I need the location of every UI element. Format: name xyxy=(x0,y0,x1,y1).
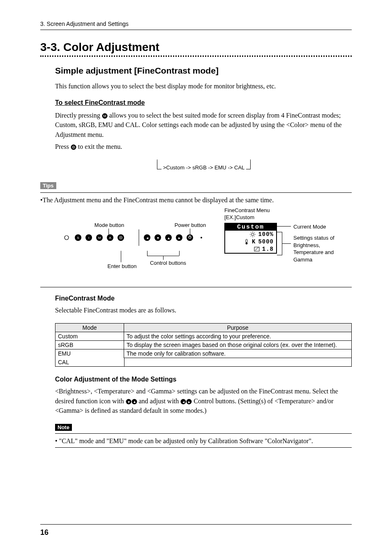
svg-line-38 xyxy=(254,232,255,233)
subsection-simple-adjustment: Simple adjustment [FineContrast mode] xyxy=(55,66,352,76)
svg-text:M: M xyxy=(103,114,106,118)
tips-rule-top xyxy=(40,192,352,193)
svg-point-29 xyxy=(201,237,202,238)
svg-rect-41 xyxy=(254,247,259,251)
right-button-icon: ▸ xyxy=(186,399,192,405)
paragraph-press-exit: Press to exit the menu. xyxy=(55,142,352,151)
gamma-icon xyxy=(254,246,260,252)
down-button-icon: ▾ xyxy=(126,399,131,405)
table-row: Custom To adjust the color settings acco… xyxy=(55,332,352,341)
label-enter-button: Enter button xyxy=(104,263,141,269)
footer-rule xyxy=(40,524,352,525)
fc-menu-title: FineContrast Menu xyxy=(224,207,270,213)
cycle-diagram: >Custom -> sRGB -> EMU -> CAL xyxy=(55,160,352,171)
table-row: EMU The mode only for calibration softwa… xyxy=(55,349,352,358)
cell-mode: CAL xyxy=(55,358,124,367)
svg-rect-39 xyxy=(246,239,247,243)
svg-text:▴: ▴ xyxy=(133,399,135,404)
cell-mode: Custom xyxy=(55,332,124,341)
dotted-rule xyxy=(40,56,352,57)
page-number: 16 xyxy=(40,528,48,537)
svg-text:▾: ▾ xyxy=(127,399,129,404)
monitor-button-panel-icon: S I M A ◂ ▾ ▴ ▸ xyxy=(61,224,216,248)
svg-line-35 xyxy=(251,232,251,233)
finecontrast-osd: Custom 100% K 5000 1.8 xyxy=(224,223,277,254)
osd-brightness-value: 100% xyxy=(258,231,274,238)
note-rule-bottom xyxy=(55,447,352,448)
heading-fc-mode: FineContrast Mode xyxy=(55,295,352,302)
temp-unit: K xyxy=(252,238,256,245)
svg-text:A: A xyxy=(109,236,111,240)
svg-text:▸: ▸ xyxy=(178,236,180,240)
table-header: Mode Purpose xyxy=(55,323,352,332)
svg-line-37 xyxy=(251,236,251,237)
label-settings-status: Settings status of Brightness, Temperatu… xyxy=(293,234,347,263)
up-button-icon: ▴ xyxy=(131,399,137,405)
svg-text:▴: ▴ xyxy=(168,236,170,240)
svg-line-36 xyxy=(254,236,255,237)
temperature-icon xyxy=(244,239,249,245)
heading-select-fc: To select FineContrast mode xyxy=(55,99,352,106)
tips-rule-bottom xyxy=(40,287,352,287)
svg-text:◂: ◂ xyxy=(146,236,148,240)
cell-mode: EMU xyxy=(55,349,124,358)
brightness-icon xyxy=(250,231,256,237)
tips-body: •The Adjustment menu and the FineContras… xyxy=(40,195,352,205)
tips-badge: Tips xyxy=(40,182,56,189)
svg-point-4 xyxy=(73,147,74,148)
cell-mode: sRGB xyxy=(55,341,124,349)
cycle-text: >Custom -> sRGB -> EMU -> CAL xyxy=(161,164,247,171)
svg-text:S: S xyxy=(77,236,79,240)
cell-purpose: The mode only for calibration software. xyxy=(124,349,352,358)
svg-text:I: I xyxy=(88,236,89,240)
cell-purpose: To adjust the color settings according t… xyxy=(124,332,352,341)
paragraph-fc-mode: Selectable FineContrast modes are as fol… xyxy=(55,305,352,315)
text: Press xyxy=(55,143,71,150)
text: Directly pressing xyxy=(55,112,102,119)
section-title: 3-3. Color Adjustment xyxy=(40,41,352,54)
table-row: CAL xyxy=(55,358,352,367)
osd-mode-name: Custom xyxy=(225,224,276,231)
svg-point-30 xyxy=(251,233,254,236)
label-current-mode: Current Mode xyxy=(293,224,326,230)
finecontrast-diagram: FineContrast Menu [EX.]Custom Mode butto… xyxy=(40,207,352,280)
manual-page: 3. Screen Adjustment and Settings 3-3. C… xyxy=(0,0,392,555)
osd-temperature-value: 5000 xyxy=(258,238,274,245)
svg-point-40 xyxy=(245,243,247,245)
mode-button-icon: M xyxy=(102,113,108,119)
left-button-icon: ◂ xyxy=(180,399,186,405)
svg-text:M: M xyxy=(98,236,101,240)
text: to exit the menu. xyxy=(78,143,122,150)
note-body: • "CAL" mode and "EMU" mode can be adjus… xyxy=(55,436,352,446)
table-row: sRGB To display the screen images based … xyxy=(55,341,352,349)
osd-gamma-value: 1.8 xyxy=(262,246,274,252)
text: and adjust with xyxy=(139,398,181,405)
cell-purpose xyxy=(124,358,352,367)
svg-text:◂: ◂ xyxy=(182,399,184,404)
label-control-buttons: Control buttons xyxy=(145,260,191,266)
svg-point-17 xyxy=(120,237,121,238)
note-badge: Note xyxy=(55,424,72,431)
enter-button-icon xyxy=(71,144,76,150)
heading-color-adj-mode-settings: Color Adjustment of the Mode Settings xyxy=(55,376,352,383)
svg-point-6 xyxy=(65,236,69,240)
tips-block: Tips •The Adjustment menu and the FineCo… xyxy=(40,182,352,287)
paragraph-color-adj: <Brightness>, <Temperature> and <Gamma> … xyxy=(55,386,352,415)
header-rule xyxy=(40,30,352,30)
fc-mode-table: Mode Purpose Custom To adjust the color … xyxy=(55,323,352,367)
note-rule-top xyxy=(55,433,352,434)
fc-menu-subtitle: [EX.]Custom xyxy=(224,214,270,220)
paragraph-select: Directly pressing M allows you to select… xyxy=(55,111,352,139)
col-mode: Mode xyxy=(55,323,124,332)
svg-text:▸: ▸ xyxy=(188,399,190,404)
paragraph-simple: This function allows you to select the b… xyxy=(55,81,352,91)
svg-text:▾: ▾ xyxy=(157,236,159,240)
chapter-breadcrumb: 3. Screen Adjustment and Settings xyxy=(40,21,352,27)
col-purpose: Purpose xyxy=(124,323,352,332)
cell-purpose: To display the screen images based on th… xyxy=(124,341,352,349)
